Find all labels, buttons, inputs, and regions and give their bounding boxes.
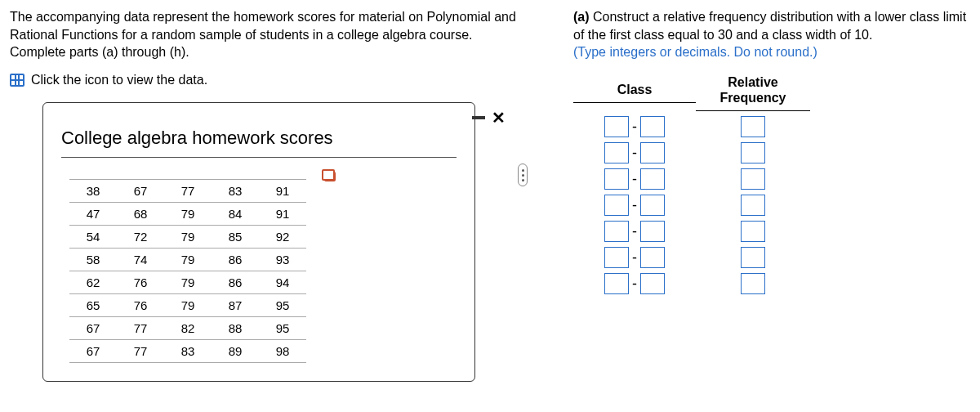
part-a-text: (a) Construct a relative frequency distr… <box>573 8 970 61</box>
data-panel: ✕ College algebra homework scores 386777… <box>42 102 475 382</box>
table-row: 6576798795 <box>69 293 306 316</box>
rel-freq-input[interactable] <box>741 221 765 242</box>
table-cell: 67 <box>117 179 164 202</box>
class-lower-input[interactable] <box>604 195 629 216</box>
class-upper-input[interactable] <box>640 116 665 137</box>
table-cell: 91 <box>259 202 306 225</box>
class-lower-input[interactable] <box>604 221 629 242</box>
panel-title: College algebra homework scores <box>61 128 457 158</box>
rel-freq-cell <box>696 247 810 268</box>
class-cell: - <box>573 247 696 268</box>
table-cell: 83 <box>212 179 259 202</box>
table-cell: 84 <box>212 202 259 225</box>
table-cell: 95 <box>259 293 306 316</box>
rel-freq-cell <box>696 168 810 190</box>
table-cell: 95 <box>259 316 306 339</box>
table-row: 5472798592 <box>69 225 306 248</box>
dash: - <box>632 275 637 293</box>
class-lower-input[interactable] <box>604 142 629 163</box>
class-upper-input[interactable] <box>640 221 665 242</box>
rel-freq-input[interactable] <box>741 116 765 137</box>
table-cell: 92 <box>259 225 306 248</box>
drag-handle-icon[interactable] <box>518 163 528 186</box>
table-cell: 74 <box>117 248 164 271</box>
class-header: Class <box>573 83 696 103</box>
dash: - <box>632 197 637 214</box>
dash: - <box>632 249 637 266</box>
intro-text: The accompanying data represent the home… <box>10 8 516 61</box>
table-cell: 82 <box>164 316 212 339</box>
class-upper-input[interactable] <box>640 247 665 268</box>
table-cell: 91 <box>259 179 306 202</box>
table-cell: 68 <box>117 202 164 225</box>
table-cell: 76 <box>117 293 164 316</box>
table-cell: 77 <box>117 339 164 362</box>
table-cell: 83 <box>164 339 212 362</box>
freq-row: - <box>573 221 970 242</box>
dash: - <box>632 223 637 240</box>
table-cell: 77 <box>164 179 212 202</box>
class-lower-input[interactable] <box>604 273 629 294</box>
table-cell: 79 <box>164 225 212 248</box>
class-upper-input[interactable] <box>640 168 665 190</box>
rel-freq-cell <box>696 221 810 242</box>
table-cell: 38 <box>69 179 117 202</box>
dash: - <box>632 171 637 188</box>
class-lower-input[interactable] <box>604 247 629 268</box>
class-upper-input[interactable] <box>640 273 665 294</box>
table-cell: 85 <box>212 225 259 248</box>
relative-frequency-header: Relative Frequency <box>696 74 810 111</box>
class-upper-input[interactable] <box>640 142 665 163</box>
rel-freq-input[interactable] <box>741 273 765 294</box>
table-cell: 54 <box>69 225 117 248</box>
freq-row: - <box>573 116 970 137</box>
freq-row: - <box>573 273 970 294</box>
freq-row: - <box>573 142 970 163</box>
view-data-link[interactable]: Click the icon to view the data. <box>31 73 207 87</box>
data-grid-icon[interactable] <box>10 74 24 87</box>
class-cell: - <box>573 221 696 242</box>
table-cell: 67 <box>69 316 117 339</box>
minimize-icon[interactable] <box>472 116 485 119</box>
rel-freq-input[interactable] <box>741 168 765 190</box>
close-icon[interactable]: ✕ <box>492 108 506 128</box>
table-cell: 94 <box>259 271 306 293</box>
class-cell: - <box>573 142 696 163</box>
table-cell: 62 <box>69 271 117 293</box>
table-cell: 79 <box>164 293 212 316</box>
copy-icon[interactable] <box>324 172 336 181</box>
table-cell: 77 <box>117 316 164 339</box>
table-cell: 72 <box>117 225 164 248</box>
rel-freq-input[interactable] <box>741 247 765 268</box>
class-cell: - <box>573 168 696 190</box>
table-row: 6777838998 <box>69 339 306 362</box>
table-row: 4768798491 <box>69 202 306 225</box>
table-cell: 58 <box>69 248 117 271</box>
class-upper-input[interactable] <box>640 195 665 216</box>
table-cell: 89 <box>212 339 259 362</box>
rel-freq-input[interactable] <box>741 142 765 163</box>
table-cell: 67 <box>69 339 117 362</box>
table-row: 5874798693 <box>69 248 306 271</box>
table-row: 6777828895 <box>69 316 306 339</box>
table-cell: 88 <box>212 316 259 339</box>
rel-freq-cell <box>696 273 810 294</box>
table-cell: 86 <box>212 271 259 293</box>
table-row: 6276798694 <box>69 271 306 293</box>
data-table: 3867778391476879849154727985925874798693… <box>69 179 306 363</box>
class-lower-input[interactable] <box>604 116 629 137</box>
table-cell: 47 <box>69 202 117 225</box>
class-lower-input[interactable] <box>604 168 629 190</box>
table-cell: 76 <box>117 271 164 293</box>
table-cell: 79 <box>164 271 212 293</box>
table-cell: 79 <box>164 248 212 271</box>
table-cell: 65 <box>69 293 117 316</box>
freq-row: - <box>573 195 970 216</box>
class-cell: - <box>573 195 696 216</box>
rel-freq-input[interactable] <box>741 195 765 216</box>
dash: - <box>632 119 637 136</box>
freq-table-header: Class Relative Frequency <box>573 74 970 111</box>
class-cell: - <box>573 273 696 294</box>
table-cell: 93 <box>259 248 306 271</box>
table-cell: 98 <box>259 339 306 362</box>
